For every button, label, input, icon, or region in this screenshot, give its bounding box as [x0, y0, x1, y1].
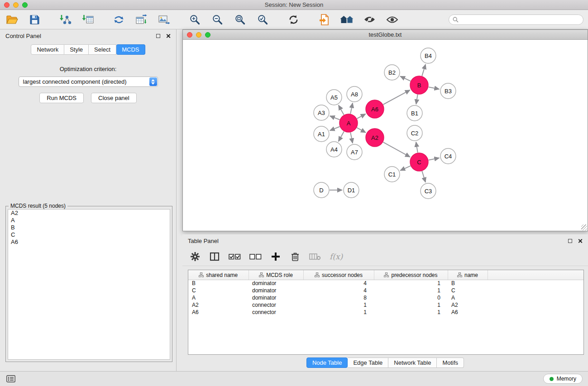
close-table-panel-icon[interactable]: [578, 238, 583, 243]
memory-button[interactable]: Memory: [543, 374, 583, 384]
export-table-button[interactable]: [134, 12, 148, 27]
hide-panel-button[interactable]: [362, 12, 377, 27]
zoom-out-button[interactable]: [210, 12, 225, 27]
table-tab-network-table[interactable]: Network Table: [388, 357, 437, 368]
delete-column-button[interactable]: [309, 251, 321, 262]
column-header-successor-nodes[interactable]: successor nodes: [303, 270, 374, 280]
graph-node-A1[interactable]: A1: [314, 126, 329, 142]
graph-edge-C-C1[interactable]: [400, 166, 411, 171]
float-panel-icon[interactable]: [156, 34, 160, 38]
mcds-result-item[interactable]: A: [8, 217, 170, 224]
show-columns-button[interactable]: [209, 251, 220, 262]
export-document-button[interactable]: [317, 12, 331, 27]
graph-edge-A-A5[interactable]: [339, 105, 344, 114]
graph-node-B3[interactable]: B3: [440, 83, 456, 99]
network-close-button[interactable]: [187, 32, 192, 38]
table-row[interactable]: Adominator80A: [188, 294, 583, 301]
close-panel-button[interactable]: Close panel: [91, 93, 137, 103]
graph-edge-A-A6[interactable]: [357, 114, 366, 119]
table-tab-motifs[interactable]: Motifs: [437, 357, 464, 368]
network-canvas[interactable]: B4B2BB3A8A5A6A3B1AC2A1A2A4A7C4CC1C3DD1: [183, 40, 588, 231]
graph-node-D1[interactable]: D1: [344, 182, 359, 198]
close-panel-icon[interactable]: [166, 33, 171, 38]
network-minimize-button[interactable]: [196, 32, 201, 38]
table-tab-edge-table[interactable]: Edge Table: [348, 357, 388, 368]
graph-node-A2[interactable]: A2: [366, 129, 384, 147]
graph-edge-A-A7[interactable]: [350, 133, 353, 143]
run-mcds-button[interactable]: Run MCDS: [39, 93, 84, 103]
function-builder-button[interactable]: f(x): [330, 251, 343, 262]
mcds-result-item[interactable]: A2: [8, 210, 170, 217]
graph-node-D[interactable]: D: [314, 182, 329, 198]
graph-node-B[interactable]: B: [410, 76, 428, 94]
graph-node-C4[interactable]: C4: [440, 148, 456, 164]
select-all-button[interactable]: [229, 251, 241, 262]
network-graph[interactable]: B4B2BB3A8A5A6A3B1AC2A1A2A4A7C4CC1C3DD1: [183, 40, 588, 231]
open-file-button[interactable]: [5, 12, 19, 27]
graph-edge-A-A8[interactable]: [350, 103, 353, 114]
network-arrows-button[interactable]: [111, 12, 126, 27]
import-network-button[interactable]: [58, 12, 72, 27]
graph-node-A6[interactable]: A6: [366, 100, 384, 118]
tab-mcds[interactable]: MCDS: [116, 44, 145, 55]
graph-edge-B-B2[interactable]: [400, 76, 411, 81]
graph-edge-A-A3[interactable]: [330, 116, 340, 119]
graph-node-A3[interactable]: A3: [314, 105, 329, 120]
graph-node-A4[interactable]: A4: [326, 142, 342, 157]
graph-node-C3[interactable]: C3: [421, 183, 436, 199]
graph-edge-A6-B[interactable]: [383, 90, 410, 105]
mcds-result-item[interactable]: B: [8, 224, 170, 231]
table-row[interactable]: A6connector11A6: [188, 309, 583, 316]
mcds-result-item[interactable]: C: [8, 231, 170, 238]
zoom-in-button[interactable]: [187, 12, 202, 27]
add-column-button[interactable]: [270, 251, 281, 262]
graph-node-C2[interactable]: C2: [407, 125, 422, 141]
graph-edge-B-B4[interactable]: [422, 64, 425, 76]
window-resize-grip[interactable]: [581, 224, 587, 230]
node-table-container[interactable]: shared nameMCDS rolesuccessor nodesprede…: [188, 270, 584, 355]
network-window-titlebar[interactable]: testGlobe.txt: [183, 30, 588, 40]
graph-edge-A-A2[interactable]: [357, 128, 366, 133]
save-session-button[interactable]: [27, 12, 42, 27]
tab-style[interactable]: Style: [64, 44, 89, 55]
mcds-result-list[interactable]: A2ABCA6: [8, 209, 170, 360]
table-tab-node-table[interactable]: Node Table: [306, 357, 348, 368]
graph-edge-C-C4[interactable]: [429, 158, 440, 160]
mcds-result-item[interactable]: A6: [8, 238, 170, 246]
delete-button[interactable]: [290, 251, 301, 262]
graph-node-A8[interactable]: A8: [347, 86, 362, 102]
graph-edge-B-B3[interactable]: [429, 87, 440, 89]
graph-node-C1[interactable]: C1: [384, 167, 400, 182]
graph-edge-C-C3[interactable]: [422, 171, 425, 182]
home-button[interactable]: [339, 12, 354, 27]
criterion-dropdown[interactable]: largest connected component (directed): [19, 76, 158, 87]
zoom-window-button[interactable]: [22, 2, 28, 8]
table-row[interactable]: Cdominator41C: [188, 287, 583, 294]
graph-node-A[interactable]: A: [339, 114, 358, 132]
graph-node-B1[interactable]: B1: [407, 105, 422, 121]
zoom-selected-button[interactable]: [255, 12, 270, 27]
column-header-MCDS-role[interactable]: MCDS role: [249, 270, 303, 280]
graph-node-B2[interactable]: B2: [384, 65, 400, 80]
graph-edge-A-A1[interactable]: [330, 127, 340, 131]
graph-edge-A2-C[interactable]: [383, 142, 410, 157]
import-table-button[interactable]: [81, 12, 95, 27]
column-header-name[interactable]: name: [448, 270, 488, 280]
float-table-panel-icon[interactable]: [568, 239, 572, 243]
column-header-shared-name[interactable]: shared name: [188, 270, 249, 280]
show-panel-button[interactable]: [385, 12, 399, 27]
graph-node-A7[interactable]: A7: [347, 144, 362, 160]
minimize-window-button[interactable]: [13, 2, 19, 8]
refresh-layout-button[interactable]: [286, 12, 301, 27]
export-image-button[interactable]: [157, 12, 171, 27]
network-zoom-button[interactable]: [205, 32, 210, 38]
close-window-button[interactable]: [4, 2, 10, 8]
column-header-predecessor-nodes[interactable]: predecessor nodes: [374, 270, 448, 280]
zoom-fit-button[interactable]: [233, 12, 247, 27]
graph-node-C[interactable]: C: [410, 153, 428, 171]
task-history-button[interactable]: [5, 373, 16, 385]
table-settings-button[interactable]: [190, 251, 201, 262]
table-row[interactable]: Bdominator41B: [188, 280, 583, 287]
graph-node-A5[interactable]: A5: [326, 90, 342, 105]
deselect-all-button[interactable]: [249, 251, 262, 262]
